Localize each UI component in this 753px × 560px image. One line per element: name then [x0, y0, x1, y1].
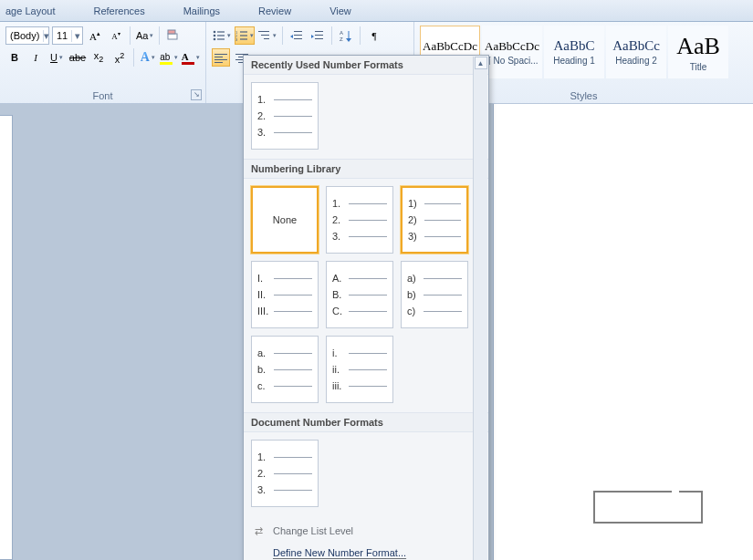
svg-rect-21 — [315, 31, 323, 32]
shrink-font-button[interactable]: A▾ — [107, 26, 125, 45]
recent-formats-grid: 1.2.3. — [244, 75, 488, 159]
style-heading-1[interactable]: AaBbCHeading 1 — [544, 26, 604, 78]
clear-formatting-button[interactable] — [164, 26, 183, 45]
sort-icon: AZ — [340, 29, 352, 42]
number-format-option[interactable]: a.b.c. — [251, 336, 319, 403]
underline-button[interactable]: U▾ — [47, 48, 66, 67]
decrease-indent-button[interactable] — [288, 26, 306, 45]
number-format-option[interactable]: I.II.III. — [251, 261, 319, 328]
list-level-icon: ⇄ — [251, 525, 266, 537]
ribbon-tabs: age Layout References Mailings Review Vi… — [0, 0, 753, 22]
bullets-icon — [213, 30, 225, 41]
svg-point-6 — [214, 38, 216, 41]
number-format-option[interactable]: a)b)c) — [401, 261, 468, 328]
svg-rect-14 — [258, 31, 269, 32]
document-page[interactable] — [493, 104, 753, 560]
scroll-up-button[interactable]: ▲ — [475, 57, 487, 69]
superscript-button[interactable]: x2 — [110, 48, 129, 67]
numbering-dropdown: ▲ ▼ Recently Used Number Formats 1.2.3. … — [243, 55, 489, 560]
library-grid: None1.2.3.1)2)3)I.II.III.A.B.C.a)b)c)a.b… — [244, 179, 488, 412]
svg-rect-16 — [264, 38, 269, 39]
svg-rect-5 — [217, 35, 225, 36]
tab-mailings[interactable]: Mailings — [178, 2, 225, 20]
numbering-button[interactable]: 123 ▾ — [235, 26, 255, 45]
show-hide-button[interactable]: ¶ — [365, 26, 383, 45]
strikethrough-button[interactable] — [68, 48, 87, 67]
style-heading-2[interactable]: AaBbCcHeading 2 — [606, 26, 666, 78]
svg-rect-18 — [294, 35, 302, 36]
sort-button[interactable]: AZ — [337, 26, 355, 45]
font-dialog-launcher[interactable]: ↘ — [191, 89, 202, 100]
multilevel-list-button[interactable]: ▾ — [257, 26, 277, 45]
section-library: Numbering Library — [244, 159, 488, 179]
grow-font-button[interactable]: A▴ — [86, 26, 104, 45]
style---no-spaci---[interactable]: AaBbCcDc¶ No Spaci... — [482, 26, 542, 78]
svg-rect-9 — [240, 31, 247, 32]
tab-page-layout[interactable]: age Layout — [0, 2, 60, 20]
number-format-none[interactable]: None — [251, 186, 319, 254]
svg-point-4 — [214, 35, 216, 37]
number-format-option[interactable]: 1.2.3. — [326, 186, 393, 254]
tab-review[interactable]: Review — [253, 2, 297, 20]
numbering-icon: 123 — [235, 30, 248, 41]
eraser-icon — [166, 28, 181, 43]
section-document: Document Number Formats — [244, 412, 488, 432]
number-format-option[interactable]: i.ii.iii. — [326, 336, 393, 403]
define-new-format-item[interactable]: Define New Number Format... — [244, 542, 488, 560]
change-case-button[interactable]: Aa▾ — [135, 26, 154, 45]
svg-rect-23 — [315, 38, 323, 39]
bold-button[interactable]: B — [5, 48, 24, 67]
svg-rect-19 — [294, 38, 302, 39]
svg-text:Z: Z — [340, 36, 343, 42]
text-cursor-frame — [593, 491, 703, 524]
document-formats-grid: 1.2.3. — [244, 432, 488, 516]
svg-text:A: A — [340, 30, 343, 36]
svg-rect-7 — [217, 38, 225, 39]
svg-rect-15 — [261, 35, 269, 36]
align-left-button[interactable] — [212, 48, 230, 67]
svg-rect-11 — [240, 35, 247, 36]
group-label-font: Font — [0, 90, 205, 101]
svg-point-2 — [214, 31, 216, 34]
svg-rect-0 — [168, 34, 177, 39]
tab-references[interactable]: References — [88, 2, 150, 20]
text-effects-button[interactable]: A▾ — [139, 48, 157, 67]
indent-icon — [311, 30, 324, 41]
font-name-combo[interactable]: (Body)▾ — [5, 26, 49, 45]
style-title[interactable]: AaBTitle — [668, 26, 728, 78]
section-recently-used: Recently Used Number Formats — [244, 56, 488, 75]
tab-view[interactable]: View — [324, 2, 357, 20]
change-list-level-item: ⇄ Change List Level ▶ — [244, 520, 488, 542]
svg-marker-28 — [346, 38, 351, 42]
svg-text:3: 3 — [235, 37, 238, 41]
bullets-button[interactable]: ▾ — [212, 26, 232, 45]
increase-indent-button[interactable] — [309, 26, 327, 45]
font-color-button[interactable]: A▾ — [181, 48, 200, 67]
number-format-option[interactable]: 1.2.3. — [251, 440, 319, 507]
menu-commands: ⇄ Change List Level ▶ Define New Number … — [244, 516, 488, 560]
multilevel-icon — [258, 30, 271, 41]
svg-rect-1 — [168, 30, 175, 34]
menu-scrollbar[interactable]: ▲ ▼ — [473, 57, 487, 560]
svg-rect-3 — [217, 31, 225, 32]
svg-rect-17 — [294, 31, 302, 32]
svg-rect-13 — [240, 38, 247, 39]
group-font: (Body)▾ 11▾ A▴ A▾ Aa▾ B I U▾ x2 x2 A▾ ab… — [0, 22, 206, 103]
svg-rect-22 — [315, 35, 323, 36]
svg-marker-20 — [290, 35, 293, 38]
font-size-combo[interactable]: 11▾ — [52, 26, 83, 45]
svg-marker-24 — [311, 35, 314, 38]
number-format-option[interactable]: 1)2)3) — [401, 186, 468, 254]
subscript-button[interactable]: x2 — [89, 48, 108, 67]
outdent-icon — [290, 30, 303, 41]
highlight-button[interactable]: ab▾ — [160, 48, 179, 67]
page-left-margin — [0, 115, 13, 560]
number-format-option[interactable]: 1.2.3. — [251, 82, 319, 150]
number-format-option[interactable]: A.B.C. — [326, 261, 393, 328]
italic-button[interactable]: I — [26, 48, 45, 67]
